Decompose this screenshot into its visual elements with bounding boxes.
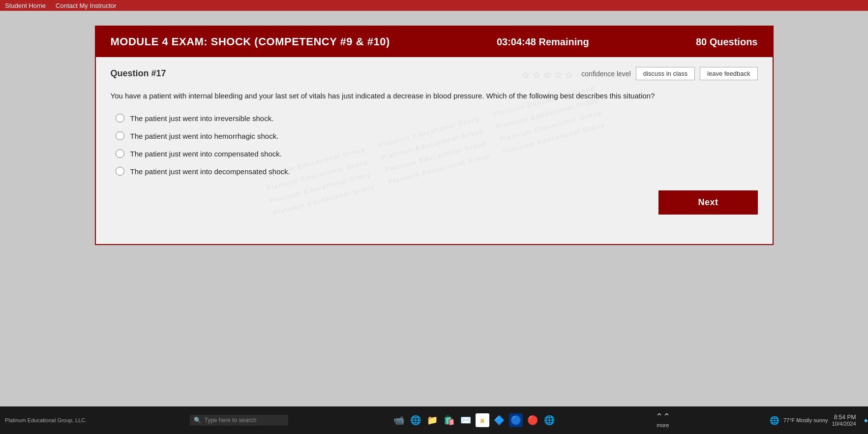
radio-a[interactable] (116, 114, 124, 123)
tray-icon-globe[interactable]: 🌐 (770, 416, 779, 425)
top-nav: Student Home Contact My Instructor (0, 0, 868, 11)
star-5[interactable]: ☆ (565, 69, 574, 79)
notification-dot: ● (864, 416, 868, 424)
question-area: Platinum Educational Group Platinum Educ… (96, 57, 773, 244)
taskbar-icon-red[interactable]: 🔴 (526, 413, 539, 427)
star-2[interactable]: ☆ (532, 69, 542, 79)
clock-time: 8:54 PM (834, 414, 856, 421)
next-button[interactable]: Next (658, 190, 757, 215)
taskbar-icon-folder[interactable]: 📁 (425, 413, 439, 427)
star-3[interactable]: ☆ (543, 69, 553, 79)
taskbar-search-box[interactable]: 🔍 Type here to search (190, 415, 288, 426)
weather-info: 77°F Mostly sunny (783, 417, 828, 423)
taskbar-icon-edge[interactable]: 🌐 (409, 413, 422, 427)
taskbar-icon-chrome[interactable]: 🌐 (542, 413, 556, 427)
exam-title: Module 4 Exam: Shock (Competency #9 & #1… (111, 35, 390, 48)
answer-option-d[interactable]: The patient just went into decompensated… (116, 167, 758, 176)
taskbar-icon-mail[interactable]: ✉️ (459, 413, 473, 427)
star-4[interactable]: ☆ (554, 69, 564, 79)
answer-option-c[interactable]: The patient just went into compensated s… (116, 149, 758, 158)
clock-date: 10/4/2024 (832, 421, 856, 427)
taskbar-company: Platinum Educational Group, LLC. (0, 417, 87, 423)
answer-option-b[interactable]: The patient just went into hemorrhagic s… (116, 131, 758, 140)
question-content: Question #17 ☆ ☆ ☆ ☆ ☆ confidence level … (111, 67, 758, 215)
exam-container: Module 4 Exam: Shock (Competency #9 & #1… (95, 26, 774, 245)
exam-questions-count: 80 Questions (696, 36, 758, 48)
taskbar-icon-blue2[interactable]: 🔵 (509, 413, 523, 427)
answer-label-b[interactable]: The patient just went into hemorrhagic s… (130, 132, 279, 140)
radio-c[interactable] (116, 149, 124, 158)
search-text: Type here to search (204, 417, 256, 424)
student-home-link[interactable]: Student Home (5, 2, 46, 9)
answer-label-c[interactable]: The patient just went into compensated s… (130, 150, 282, 158)
taskbar-icon-store[interactable]: 🛍️ (442, 413, 456, 427)
answer-label-a[interactable]: The patient just went into irreversible … (130, 114, 274, 123)
answer-option-a[interactable]: The patient just went into irreversible … (116, 114, 758, 123)
stars-container[interactable]: ☆ ☆ ☆ ☆ ☆ (521, 69, 574, 79)
taskbar-app-icons: 📹 🌐 📁 🛍️ ✉️ a 🔷 🔵 🔴 🌐 (392, 413, 556, 427)
radio-b[interactable] (116, 131, 124, 140)
question-controls: ☆ ☆ ☆ ☆ ☆ confidence level discuss in cl… (521, 67, 757, 80)
leave-feedback-button[interactable]: leave feedback (700, 67, 757, 80)
taskbar-more-button[interactable]: ⌃⌃ more (656, 412, 670, 428)
more-label: more (657, 422, 669, 428)
star-1[interactable]: ☆ (521, 69, 531, 79)
next-button-row: Next (111, 190, 758, 215)
weather-text: 77°F Mostly sunny (783, 417, 828, 423)
taskbar-icon-media[interactable]: 📹 (392, 413, 406, 427)
taskbar-icon-amazon[interactable]: a (476, 413, 489, 427)
answer-options: The patient just went into irreversible … (116, 114, 758, 176)
taskbar-search-area: 🔍 Type here to search (186, 415, 292, 426)
question-header: Question #17 ☆ ☆ ☆ ☆ ☆ confidence level … (111, 67, 758, 80)
question-text: You have a patient with internal bleedin… (111, 90, 758, 102)
system-tray: 🌐 77°F Mostly sunny 8:54 PM 10/4/2024 ● (770, 414, 868, 427)
answer-label-d[interactable]: The patient just went into decompensated… (130, 167, 290, 176)
taskbar: Platinum Educational Group, LLC. 🔍 Type … (0, 406, 868, 434)
taskbar-icon-blue[interactable]: 🔷 (492, 413, 506, 427)
chevron-up-icon: ⌃⌃ (656, 412, 670, 421)
contact-instructor-link[interactable]: Contact My Instructor (56, 2, 117, 9)
confidence-label: confidence level (581, 70, 630, 78)
exam-header: Module 4 Exam: Shock (Competency #9 & #1… (96, 27, 773, 57)
search-icon: 🔍 (194, 417, 201, 424)
clock-area: 8:54 PM 10/4/2024 (832, 414, 860, 427)
radio-d[interactable] (116, 167, 124, 176)
exam-timer: 03:04:48 Remaining (497, 36, 589, 48)
question-number: Question #17 (111, 68, 166, 79)
discuss-in-class-button[interactable]: discuss in class (636, 67, 695, 80)
